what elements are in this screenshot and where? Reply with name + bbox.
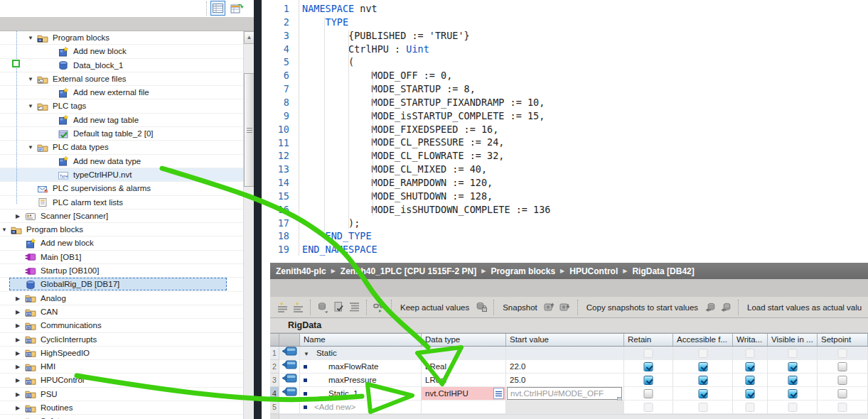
toolbar-label[interactable]: Copy snapshots to start values <box>586 303 698 312</box>
code-lines[interactable]: NAMESPACE nvt TYPE {PUBLISHED := 'TRUE'}… <box>302 0 551 256</box>
setpoint-checkbox[interactable] <box>838 389 847 398</box>
expander-right-icon[interactable]: ▶ <box>16 319 25 332</box>
tree-item-highspeedio[interactable]: ▶HighSpeedIO <box>0 347 243 360</box>
writable-checkbox[interactable] <box>746 362 755 371</box>
name-cell[interactable]: maxPressure <box>300 374 422 387</box>
expand-all-icon[interactable] <box>346 301 362 313</box>
start-value-cell[interactable]: 22.0 <box>506 360 624 374</box>
expander-down-icon[interactable]: ▼ <box>28 31 37 45</box>
writable-checkbox[interactable] <box>746 376 755 385</box>
visible-checkbox[interactable] <box>788 362 798 371</box>
column-header-name[interactable]: Name <box>300 334 422 346</box>
data-type-cell[interactable]: LReal <box>422 360 506 374</box>
tree-item-default-tag-table-2-0-[interactable]: Default tag table_2 [0] <box>0 127 243 141</box>
scrollbar-thumb[interactable] <box>244 73 254 187</box>
column-header-setpoint[interactable]: Setpoint <box>818 334 868 346</box>
tree-item-routines[interactable]: ▶Routines <box>0 401 243 415</box>
tree-item-analog[interactable]: ▶Analog <box>0 292 243 305</box>
expander-right-icon[interactable]: ▶ <box>16 210 25 223</box>
tree-item-globalrig-db-db17-[interactable]: GlobalRig_DB [DB17] <box>0 278 243 291</box>
db-row-static-1[interactable]: 4Static_1nvt.CtrlHPUnvt.CtrlHPU#MODE_OFF <box>270 387 868 401</box>
accessible-checkbox[interactable] <box>699 376 708 385</box>
tree-item-plc-tags[interactable]: ▼PLC tags <box>0 99 243 113</box>
tree-item-add-new-block[interactable]: Add new block <box>0 45 243 58</box>
start-value-cell[interactable]: nvt.CtrlHPU#MODE_OFF <box>506 387 624 401</box>
breadcrumb-item[interactable]: RigData [DB42] <box>632 266 694 276</box>
start-value-cell[interactable] <box>506 401 624 414</box>
data-type-cell[interactable]: LReal <box>422 374 506 387</box>
expander-right-icon[interactable]: ▶ <box>16 415 25 419</box>
code-line[interactable]: MODE_FIXEDSPEED := 16, <box>302 123 551 136</box>
db-row-maxpressure[interactable]: 3maxPressureLReal25.0 <box>270 374 868 387</box>
code-line[interactable]: MODE_OFF := 0, <box>302 69 551 82</box>
start-value-cell[interactable]: 25.0 <box>506 374 624 387</box>
tree-scrollbar[interactable]: ▲ <box>243 31 254 419</box>
tree-item-typectrlhpu-nvt[interactable]: TypetypeCtrlHPU.nvt <box>0 168 243 182</box>
details-view-icon[interactable] <box>210 1 225 16</box>
data-type-cell[interactable] <box>422 401 506 414</box>
row-number[interactable]: 4 <box>270 387 279 401</box>
toolbar-label[interactable]: Keep actual values <box>400 303 469 312</box>
column-header-blank[interactable] <box>279 334 300 346</box>
tree-item-program-blocks[interactable]: ▼Program blocks <box>0 31 243 45</box>
code-line[interactable]: {PUBLISHED := 'TRUE'} <box>302 29 551 43</box>
db-row--add-new-[interactable]: 5<Add new> <box>270 401 868 414</box>
expander-down-icon[interactable]: ▼ <box>28 99 37 113</box>
insert-row-icon[interactable] <box>274 301 290 313</box>
db-row-static[interactable]: 1▼Static <box>270 347 868 360</box>
column-header-accessible-f-[interactable]: Accessible f... <box>673 334 733 346</box>
tree-item-safety[interactable]: ▶Safety <box>0 415 243 419</box>
code-line[interactable]: END_TYPE <box>302 229 551 243</box>
row-number[interactable]: 5 <box>270 401 279 414</box>
toolbar-label[interactable]: Snapshot <box>503 303 537 312</box>
code-line[interactable]: MODE_CL_MIXED := 40, <box>302 163 551 176</box>
tree-item-cyclicinterrupts[interactable]: ▶CyclicInterrupts <box>0 333 243 347</box>
code-line[interactable]: TYPE <box>302 16 551 29</box>
code-line[interactable]: MODE_STARTUP := 8, <box>302 82 551 96</box>
breadcrumb-item[interactable]: Zenith40_1PLC [CPU 1515F-2 PN] <box>341 266 476 276</box>
column-header-writa-[interactable]: Writa... <box>733 334 768 346</box>
retain-checkbox[interactable] <box>644 389 653 398</box>
panel-splitter[interactable] <box>254 0 262 419</box>
name-cell[interactable]: <Add new> <box>300 401 422 414</box>
code-line[interactable]: END_NAMESPACE <box>302 243 551 256</box>
tree-item-add-new-data-type[interactable]: Add new data type <box>0 155 243 168</box>
row-expander-icon[interactable]: ▼ <box>304 351 309 357</box>
scl-code-editor[interactable]: 12345678910111213141516171819 NAMESPACE … <box>262 0 868 261</box>
snapshot-down-icon[interactable] <box>557 301 573 313</box>
breadcrumb-item[interactable]: Zenith40-plc <box>276 266 326 276</box>
expander-right-icon[interactable]: ▶ <box>16 292 25 305</box>
expander-down-icon[interactable]: ▼ <box>28 72 37 86</box>
copy-snapshot-all-icon[interactable] <box>718 301 734 313</box>
tree-item-plc-alarm-text-lists[interactable]: PLC alarm text lists <box>0 196 243 210</box>
start-value-cell[interactable] <box>506 347 624 360</box>
tree-item-main-ob1-[interactable]: Main [OB1] <box>0 251 243 264</box>
tree-item-add-new-external-file[interactable]: Add new external file <box>0 86 243 99</box>
name-cell[interactable]: maxFlowRate <box>300 360 422 374</box>
start-value-input[interactable]: nvt.CtrlHPU#MODE_OFF <box>507 387 622 400</box>
accessible-checkbox[interactable] <box>699 362 708 371</box>
tree-item-psu[interactable]: ▶PSU <box>0 388 243 401</box>
code-line[interactable]: MODE_STARTUP_FIXANDRAMP := 10, <box>302 96 551 109</box>
expander-right-icon[interactable]: ▶ <box>16 305 25 319</box>
column-header-visible-in-[interactable]: Visible in ... <box>768 334 818 346</box>
name-cell[interactable]: Static_1 <box>300 387 422 401</box>
code-line[interactable]: MODE_isSHUTDOWN_COMPLETE := 136 <box>302 203 551 217</box>
tree-item-plc-data-types[interactable]: ▼PLC data types <box>0 141 243 154</box>
expander-down-icon[interactable]: ▼ <box>28 141 37 154</box>
expander-right-icon[interactable]: ▶ <box>16 360 25 374</box>
row-number[interactable]: 3 <box>270 374 279 387</box>
keep-actual-values-icon[interactable] <box>473 301 489 313</box>
code-line[interactable]: MODE_SHUTDOWN := 128, <box>302 190 551 203</box>
retain-checkbox[interactable] <box>644 362 653 371</box>
code-line[interactable]: MODE_isSTARTUP_COMPLETE := 15, <box>302 109 551 123</box>
code-line[interactable]: CtrlHPU : Uint <box>302 43 551 56</box>
expander-down-icon[interactable]: ▼ <box>1 223 11 236</box>
tree-item-startup-ob100-[interactable]: Startup [OB100] <box>0 264 243 278</box>
add-row-icon[interactable] <box>290 301 306 313</box>
snapshot-up-icon[interactable] <box>542 301 557 313</box>
tree-item-communications[interactable]: ▶Communications <box>0 319 243 332</box>
expander-right-icon[interactable]: ▶ <box>16 333 25 347</box>
code-line[interactable]: MODE_CL_FLOWRATE := 32, <box>302 149 551 163</box>
expander-right-icon[interactable]: ▶ <box>16 347 25 360</box>
